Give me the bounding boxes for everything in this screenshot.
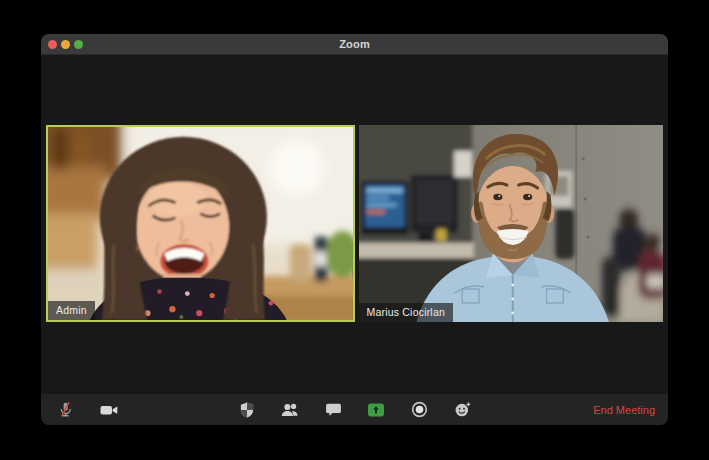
mute-button[interactable] — [55, 399, 76, 420]
share-screen-icon — [366, 400, 386, 420]
security-button[interactable] — [237, 399, 258, 420]
titlebar: Zoom — [41, 34, 668, 55]
reactions-button[interactable] — [452, 399, 473, 420]
video-button[interactable] — [98, 399, 119, 420]
video-camera-icon — [99, 400, 119, 420]
participant-name-label: Marius Ciocirlan — [359, 303, 453, 323]
video-grid: Admin — [46, 125, 663, 322]
video-tile-admin[interactable]: Admin — [46, 125, 355, 322]
participants-button[interactable] — [280, 399, 301, 420]
toolbar-center-group — [237, 394, 473, 425]
security-shield-icon — [238, 401, 256, 419]
chat-icon — [324, 400, 343, 419]
meeting-toolbar: End Meeting — [41, 393, 668, 425]
admin-video-feed — [48, 127, 353, 320]
video-tile-marius[interactable]: Marius Ciocirlan — [359, 125, 664, 322]
marius-video-feed — [359, 125, 664, 322]
chat-button[interactable] — [323, 399, 344, 420]
participant-name-label: Admin — [48, 301, 95, 321]
window-controls — [48, 34, 83, 54]
record-icon — [410, 400, 429, 419]
minimize-button[interactable] — [61, 40, 70, 49]
end-meeting-button[interactable]: End Meeting — [593, 404, 655, 416]
share-screen-button[interactable] — [366, 399, 387, 420]
zoom-window: Zoom — [41, 34, 668, 425]
microphone-muted-icon — [56, 400, 75, 419]
reactions-icon — [453, 400, 472, 419]
toolbar-left-group — [55, 394, 119, 425]
record-button[interactable] — [409, 399, 430, 420]
toolbar-right-group: End Meeting — [593, 394, 655, 425]
window-title: Zoom — [339, 38, 370, 50]
close-button[interactable] — [48, 40, 57, 49]
zoom-button[interactable] — [74, 40, 83, 49]
participants-icon — [280, 400, 300, 420]
